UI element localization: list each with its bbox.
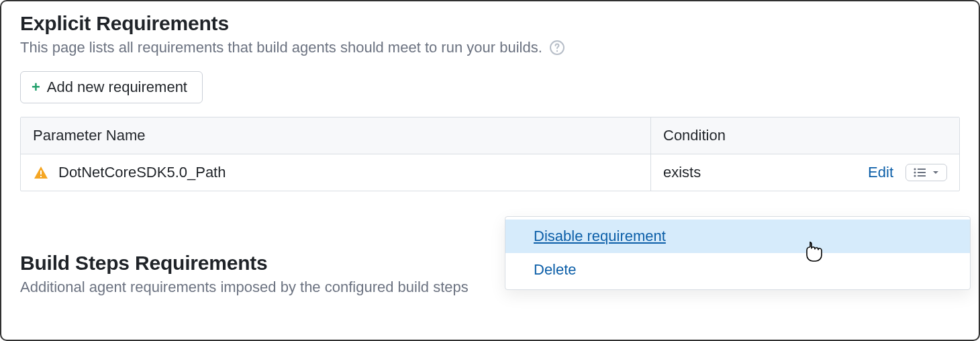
plus-icon: + [32,80,40,95]
warning-icon [33,164,49,181]
parameter-name: DotNetCoreSDK5.0_Path [58,164,226,181]
table-row: DotNetCoreSDK5.0_Path exists Edit [21,154,959,191]
condition-value: exists [663,164,856,181]
svg-point-6 [914,171,916,173]
column-condition: Condition [650,117,959,154]
dropdown-item-delete[interactable]: Delete [505,253,970,287]
help-icon[interactable] [549,40,565,56]
column-parameter-name: Parameter Name [21,117,650,154]
svg-rect-7 [918,172,926,173]
add-button-label: Add new requirement [47,79,187,96]
svg-rect-9 [918,175,926,177]
svg-rect-5 [918,168,926,170]
list-icon [913,167,926,178]
description-text: This page lists all requirements that bu… [20,39,542,56]
requirements-table: Parameter Name Condition DotN [20,117,960,191]
dropdown-item-disable-requirement[interactable]: Disable requirement [505,220,970,253]
chevron-down-icon [932,168,940,177]
svg-point-8 [914,175,916,177]
row-actions-dropdown: Disable requirement Delete [505,216,971,290]
explicit-requirements-description: This page lists all requirements that bu… [20,39,960,56]
edit-link[interactable]: Edit [868,164,893,181]
add-new-requirement-button[interactable]: + Add new requirement [20,71,203,103]
svg-rect-3 [40,176,42,177]
explicit-requirements-title: Explicit Requirements [20,12,960,35]
svg-rect-2 [40,170,42,175]
requirements-panel: Explicit Requirements This page lists al… [0,0,980,341]
build-steps-description-text: Additional agent requirements imposed by… [20,279,469,296]
svg-point-4 [914,168,916,170]
row-menu-button[interactable] [905,164,947,181]
svg-point-1 [556,50,558,52]
